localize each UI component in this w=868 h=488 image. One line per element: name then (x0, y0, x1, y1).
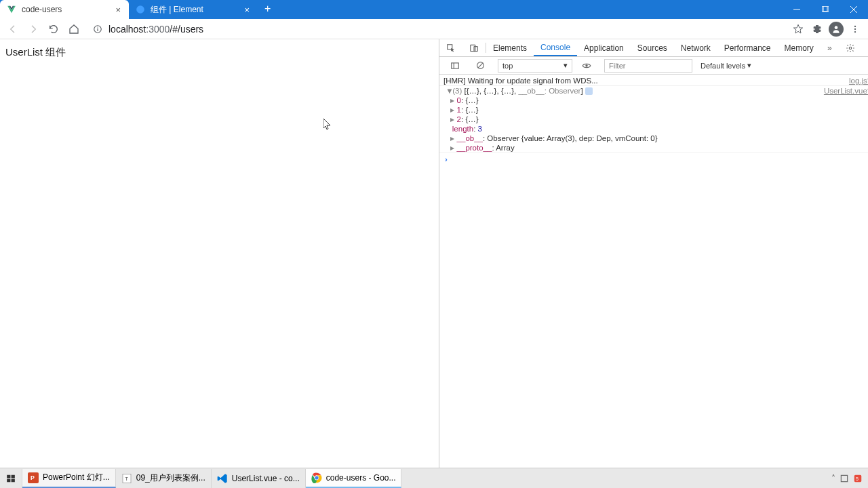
filter-input[interactable] (604, 59, 692, 73)
back-button[interactable] (4, 20, 22, 38)
vscode-icon (217, 473, 228, 484)
home-button[interactable] (65, 20, 83, 38)
taskbar-label: PowerPoint 幻灯... (43, 472, 110, 483)
taskbar-item[interactable]: P PowerPoint 幻灯... (22, 469, 116, 488)
new-tab-button[interactable]: + (258, 3, 277, 15)
url-text: localhost:3000/#/users (108, 24, 203, 35)
devtools-tab-performance[interactable]: Performance (717, 39, 778, 56)
console-prompt[interactable]: › (439, 153, 868, 165)
collapse-icon[interactable]: ▼ (446, 86, 452, 96)
log-property: length: 3 (439, 124, 868, 134)
log-property: ▸2: {…} (439, 115, 868, 124)
svg-point-0 (136, 5, 144, 14)
tray-icon[interactable] (840, 474, 849, 483)
log-property: ▸0: {…} (439, 96, 868, 105)
bookmark-button[interactable] (789, 20, 807, 38)
log-source-link[interactable]: log.js?1afd:24 (849, 76, 868, 85)
devtools-tab-sources[interactable]: Sources (631, 39, 674, 56)
devtools-tab-elements[interactable]: Elements (486, 39, 534, 56)
taskbar-label: UserList.vue - co... (232, 474, 300, 483)
devtools-tab-console[interactable]: Console (534, 39, 577, 56)
svg-point-21 (585, 64, 588, 67)
log-property: ▸__ob__: Observer {value: Array(3), dep:… (439, 134, 868, 143)
svg-rect-25 (7, 479, 10, 482)
address-field[interactable]: localhost:3000/#/users (85, 20, 783, 38)
close-icon[interactable]: × (113, 5, 123, 15)
taskbar-item[interactable]: UserList.vue - co... (212, 469, 306, 488)
kebab-icon[interactable]: ⋮ (862, 39, 868, 56)
taskbar-item-active[interactable]: code-users - Goo... (306, 469, 402, 488)
tab-title: code-users (22, 5, 62, 14)
svg-rect-17 (452, 62, 459, 68)
vue-icon (7, 5, 16, 14)
menu-button[interactable] (846, 20, 864, 38)
extensions-button[interactable] (808, 20, 826, 38)
log-property: ▸1: {…} (439, 105, 868, 115)
sidebar-toggle-icon[interactable] (443, 61, 467, 70)
log-levels-selector[interactable]: Default levels ▾ (701, 61, 751, 70)
taskbar-label: 09_用户列表案例... (136, 472, 205, 484)
reload-button[interactable] (45, 20, 62, 38)
page-content: UserList 组件 (0, 39, 439, 468)
start-button[interactable] (0, 469, 22, 488)
close-window-button[interactable] (840, 0, 868, 19)
expand-icon[interactable]: ▸ (450, 105, 457, 115)
window-controls (783, 0, 868, 19)
svg-text:5: 5 (856, 476, 859, 481)
taskbar-item[interactable]: T 09_用户列表案例... (116, 469, 212, 488)
tray-icon[interactable]: 5 (853, 474, 863, 483)
maximize-button[interactable] (811, 0, 840, 19)
expand-icon[interactable]: ▸ (450, 134, 457, 143)
device-toggle-button[interactable] (462, 39, 486, 56)
minimize-button[interactable] (783, 0, 811, 19)
svg-rect-3 (823, 6, 829, 12)
powerpoint-icon: P (28, 472, 39, 483)
info-badge-icon[interactable] (585, 87, 593, 95)
expand-icon[interactable]: ▸ (450, 96, 457, 105)
log-message: [HMR] Waiting for update signal from WDS… (443, 76, 849, 85)
chrome-icon (311, 472, 322, 483)
text-file-icon: T (121, 473, 132, 484)
devtools-tab-memory[interactable]: Memory (778, 39, 821, 56)
profile-button[interactable] (827, 20, 845, 38)
info-icon[interactable] (92, 24, 103, 35)
console-toolbar: top ▾ Default levels ▾ (439, 57, 868, 75)
more-tabs-button[interactable]: » (821, 39, 839, 56)
svg-point-16 (849, 47, 852, 49)
gear-icon[interactable] (839, 39, 862, 56)
taskbar: P PowerPoint 幻灯... T 09_用户列表案例... UserLi… (0, 468, 868, 488)
svg-rect-23 (7, 474, 10, 478)
expand-icon[interactable]: ▸ (450, 115, 457, 124)
element-icon (136, 5, 145, 14)
svg-point-12 (854, 30, 856, 32)
system-tray[interactable]: ˄ 5 (826, 474, 868, 483)
log-property: ▸__proto__: Array (439, 143, 868, 153)
close-icon[interactable]: × (241, 5, 252, 15)
svg-rect-35 (841, 475, 847, 481)
page-text: UserList 组件 (5, 46, 66, 58)
devtools-tablist: Elements Console Application Sources Net… (439, 39, 868, 57)
console-output[interactable]: [HMR] Waiting for update signal from WDS… (439, 75, 868, 468)
inspect-button[interactable] (439, 39, 462, 56)
svg-rect-2 (822, 6, 827, 12)
svg-rect-26 (12, 479, 15, 482)
taskbar-label: code-users - Goo... (326, 473, 396, 483)
chevron-down-icon: ▾ (747, 61, 751, 70)
svg-rect-14 (471, 45, 475, 51)
browser-tab-active[interactable]: code-users × (0, 0, 129, 19)
clear-console-button[interactable] (469, 61, 492, 70)
context-selector[interactable]: top ▾ (498, 59, 572, 73)
browser-tab[interactable]: 组件 | Element × (129, 0, 258, 19)
live-expression-button[interactable] (575, 61, 598, 70)
forward-button[interactable] (24, 20, 42, 38)
address-bar: localhost:3000/#/users (0, 19, 868, 39)
log-source-link[interactable]: UserList.vue?f9e5:22 (824, 86, 868, 96)
browser-titlebar: code-users × 组件 | Element × + (0, 0, 868, 19)
expand-icon[interactable]: ▸ (450, 143, 457, 152)
devtools-tab-network[interactable]: Network (674, 39, 717, 56)
devtools-tab-application[interactable]: Application (577, 39, 631, 56)
svg-text:P: P (31, 474, 35, 481)
chevron-up-icon[interactable]: ˄ (831, 474, 835, 483)
windows-icon (5, 473, 16, 484)
log-entry: ▼(3) [{…}, {…}, {…}, __ob__: Observer] U… (439, 86, 868, 96)
